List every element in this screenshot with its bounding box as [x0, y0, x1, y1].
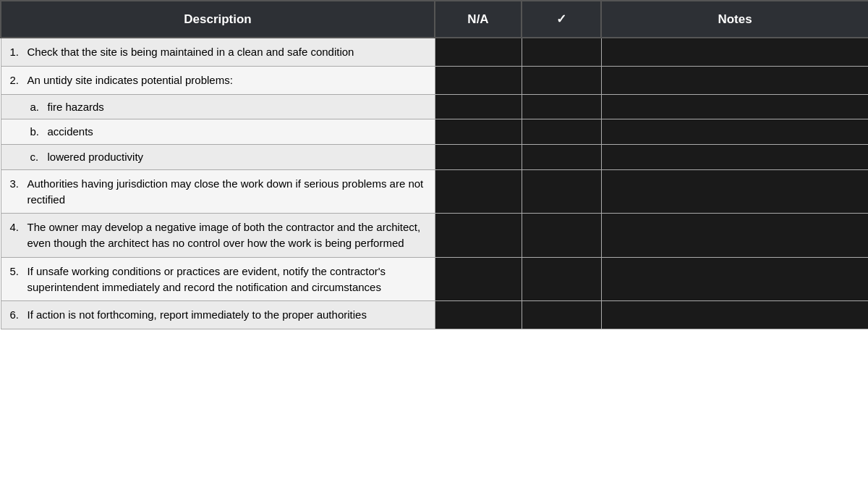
check-cell	[522, 257, 601, 301]
na-cell	[435, 38, 522, 66]
table-row: a.fire hazards	[1, 94, 868, 119]
na-cell	[435, 214, 522, 258]
table-row: 1.Check that the site is being maintaine…	[1, 38, 868, 66]
description-cell: 3.Authorities having jurisdiction may cl…	[1, 169, 435, 214]
check-header: ✓	[522, 1, 601, 38]
notes-cell	[601, 169, 868, 214]
notes-cell	[601, 66, 868, 94]
notes-header: Notes	[601, 1, 868, 38]
checklist-table: Description N/A ✓ Notes 1.Check that the…	[0, 0, 868, 329]
notes-cell	[601, 214, 868, 258]
na-cell	[435, 94, 522, 119]
table-row: 5.If unsafe working conditions or practi…	[1, 257, 868, 301]
check-cell	[522, 66, 601, 94]
na-cell	[435, 145, 522, 170]
na-cell	[435, 119, 522, 145]
description-cell: 1.Check that the site is being maintaine…	[1, 38, 435, 66]
notes-cell	[601, 301, 868, 329]
notes-cell	[601, 119, 868, 145]
check-cell	[522, 145, 601, 170]
na-header: N/A	[435, 1, 522, 38]
notes-cell	[601, 94, 868, 119]
check-cell	[522, 38, 601, 66]
description-cell: 6.If action is not forthcoming, report i…	[1, 301, 435, 329]
description-cell: 4.The owner may develop a negative image…	[1, 214, 435, 258]
description-cell: c.lowered productivity	[1, 145, 435, 170]
table-row: 2.An untidy site indicates potential pro…	[1, 66, 868, 94]
notes-cell	[601, 38, 868, 66]
na-cell	[435, 257, 522, 301]
table-row: 4.The owner may develop a negative image…	[1, 214, 868, 258]
check-cell	[522, 214, 601, 258]
table-row: c.lowered productivity	[1, 145, 868, 170]
check-cell	[522, 119, 601, 145]
na-cell	[435, 66, 522, 94]
notes-cell	[601, 257, 868, 301]
table-row: 6.If action is not forthcoming, report i…	[1, 301, 868, 329]
table-row: 3.Authorities having jurisdiction may cl…	[1, 169, 868, 214]
description-cell: b.accidents	[1, 119, 435, 145]
check-cell	[522, 301, 601, 329]
table-row: b.accidents	[1, 119, 868, 145]
check-cell	[522, 169, 601, 214]
description-cell: 5.If unsafe working conditions or practi…	[1, 257, 435, 301]
description-cell: 2.An untidy site indicates potential pro…	[1, 66, 435, 94]
check-cell	[522, 94, 601, 119]
na-cell	[435, 301, 522, 329]
description-cell: a.fire hazards	[1, 94, 435, 119]
description-header: Description	[1, 1, 435, 38]
header-row: Description N/A ✓ Notes	[1, 1, 868, 38]
notes-cell	[601, 145, 868, 170]
na-cell	[435, 169, 522, 214]
